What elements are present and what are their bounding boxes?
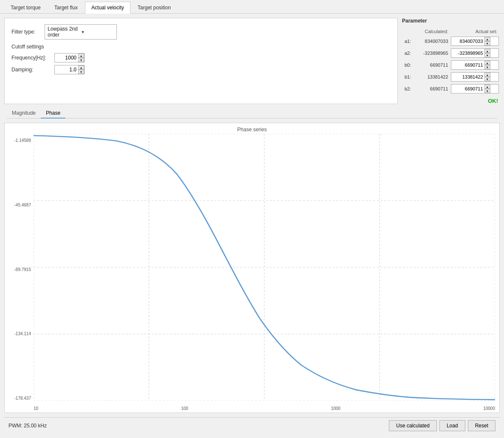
param-row-2: b0: 6690711 ▲ ▼: [403, 59, 499, 71]
damping-up-btn[interactable]: ▲: [78, 65, 84, 70]
param-spinner-btns-3: ▲ ▼: [484, 73, 490, 81]
param-calc-3: 13381422: [416, 71, 450, 82]
param-actual-input-1[interactable]: [451, 50, 484, 56]
param-spinner-btns-2: ▲ ▼: [484, 61, 490, 69]
param-name-0: a1:: [403, 36, 415, 47]
dropdown-arrow-icon: ▼: [81, 30, 114, 34]
use-calculated-button[interactable]: Use calculated: [389, 420, 437, 431]
y-label-2: -89.7915: [6, 267, 31, 272]
param-actual-input-3[interactable]: [451, 74, 484, 80]
param-down-btn-3[interactable]: ▼: [484, 77, 490, 81]
param-actual-spinner-1[interactable]: ▲ ▼: [451, 48, 499, 58]
y-label-3: -134.114: [6, 331, 31, 336]
chart-title: Phase series: [5, 127, 499, 133]
param-actual-spinner-3[interactable]: ▲ ▼: [451, 72, 499, 82]
damping-field[interactable]: [55, 66, 78, 73]
bottom-bar: PWM: 25.00 kHz Use calculated Load Reset: [4, 417, 500, 434]
frequency-input[interactable]: ▲ ▼: [54, 53, 85, 62]
param-name-3: b1:: [403, 71, 415, 82]
damping-label: Damping:: [11, 67, 52, 73]
phase-curve: [34, 136, 495, 400]
top-panel: Filter type: Lowpass 2nd order ▼ Cutoff …: [4, 18, 500, 104]
tab-magnitude[interactable]: Magnitude: [7, 108, 41, 118]
frequency-field[interactable]: [55, 54, 78, 62]
param-actual-spinner-0[interactable]: ▲ ▼: [451, 37, 499, 46]
tab-actual-velocity[interactable]: Actual velocity: [85, 2, 130, 14]
param-actual-input-4[interactable]: [451, 86, 484, 92]
x-label-3: 10000: [483, 406, 495, 411]
param-col-name: [403, 28, 415, 35]
tab-phase[interactable]: Phase: [41, 108, 65, 119]
param-up-btn-0[interactable]: ▲: [484, 37, 490, 41]
param-actual-spinner-2[interactable]: ▲ ▼: [451, 60, 499, 70]
param-down-btn-0[interactable]: ▼: [484, 41, 490, 45]
y-axis: -1.14588 -45.4687 -89.7915 -134.114 -178…: [6, 138, 32, 401]
param-up-btn-2[interactable]: ▲: [484, 61, 490, 65]
frequency-spinner-btns: ▲ ▼: [78, 54, 84, 62]
frequency-row: Frequency[Hz]: ▲ ▼: [11, 53, 391, 62]
param-spinner-btns-1: ▲ ▼: [484, 49, 490, 57]
x-label-1: 100: [181, 406, 188, 411]
param-actual-3[interactable]: ▲ ▼: [451, 71, 499, 82]
param-spinner-btns-4: ▲ ▼: [484, 85, 490, 93]
param-row-0: a1: 834007033 ▲ ▼: [403, 36, 499, 47]
y-label-4: -178.437: [6, 396, 31, 401]
tab-target-position[interactable]: Target position: [131, 2, 177, 13]
param-actual-2[interactable]: ▲ ▼: [451, 59, 499, 71]
param-col-calc: Calculated:: [416, 28, 450, 35]
param-actual-spinner-4[interactable]: ▲ ▼: [451, 84, 499, 93]
content-area: Filter type: Lowpass 2nd order ▼ Cutoff …: [0, 14, 504, 438]
param-name-4: b2:: [403, 83, 415, 94]
param-actual-0[interactable]: ▲ ▼: [451, 36, 499, 47]
tab-target-flux[interactable]: Target flux: [48, 2, 84, 13]
filter-type-row: Filter type: Lowpass 2nd order ▼: [11, 24, 391, 40]
param-down-btn-4[interactable]: ▼: [484, 89, 490, 93]
damping-down-btn[interactable]: ▼: [78, 70, 84, 74]
param-calc-0: 834007033: [416, 36, 450, 47]
param-col-actual: Actual set:: [451, 28, 499, 35]
filter-type-label: Filter type:: [11, 29, 41, 35]
param-actual-input-2[interactable]: [451, 62, 484, 68]
y-label-0: -1.14588: [6, 138, 31, 143]
load-button[interactable]: Load: [439, 420, 465, 431]
filter-type-select[interactable]: Lowpass 2nd order ▼: [45, 24, 117, 40]
param-actual-4[interactable]: ▲ ▼: [451, 83, 499, 94]
chart-container: Phase series -1.14588 -45.4687 -89.7915 …: [4, 123, 500, 413]
filter-type-value: Lowpass 2nd order: [48, 26, 81, 38]
y-label-1: -45.4687: [6, 203, 31, 207]
chart-tabs-container: Magnitude Phase: [4, 108, 500, 119]
param-actual-input-0[interactable]: [451, 38, 484, 44]
param-calc-2: 6690711: [416, 59, 450, 71]
frequency-label: Frequency[Hz]:: [11, 55, 52, 61]
param-name-2: b0:: [403, 59, 415, 71]
parameter-title: Parameter: [402, 18, 500, 24]
parameter-box: Parameter Calculated: Actual set: a1: 83…: [402, 18, 500, 104]
chart-svg: [34, 134, 495, 401]
frequency-down-btn[interactable]: ▼: [78, 58, 84, 62]
param-row-3: b1: 13381422 ▲ ▼: [403, 71, 499, 82]
param-spinner-btns-0: ▲ ▼: [484, 37, 490, 45]
param-up-btn-4[interactable]: ▲: [484, 85, 490, 89]
damping-row: Damping: ▲ ▼: [11, 65, 391, 74]
param-actual-1[interactable]: ▲ ▼: [451, 48, 499, 59]
ok-status: OK!: [402, 98, 500, 104]
damping-input[interactable]: ▲ ▼: [54, 65, 85, 74]
param-up-btn-1[interactable]: ▲: [484, 49, 490, 53]
frequency-up-btn[interactable]: ▲: [78, 54, 84, 58]
top-tabs: Target torque Target flux Actual velocit…: [0, 0, 504, 14]
cutoff-settings-label: Cutoff settings: [11, 44, 391, 50]
param-row-1: a2: -323898965 ▲ ▼: [403, 48, 499, 59]
param-name-1: a2:: [403, 48, 415, 59]
reset-button[interactable]: Reset: [468, 420, 496, 431]
x-axis: 10 100 1000 10000: [34, 406, 495, 411]
tab-target-torque[interactable]: Target torque: [4, 2, 47, 13]
parameter-table: Calculated: Actual set: a1: 834007033 ▲ …: [402, 27, 500, 95]
param-up-btn-3[interactable]: ▲: [484, 73, 490, 77]
param-row-4: b2: 6690711 ▲ ▼: [403, 83, 499, 94]
param-calc-4: 6690711: [416, 83, 450, 94]
param-down-btn-1[interactable]: ▼: [484, 53, 490, 57]
damping-spinner-btns: ▲ ▼: [78, 65, 84, 74]
x-label-2: 1000: [331, 406, 340, 411]
chart-tabs: Magnitude Phase: [7, 108, 497, 119]
param-down-btn-2[interactable]: ▼: [484, 65, 490, 69]
